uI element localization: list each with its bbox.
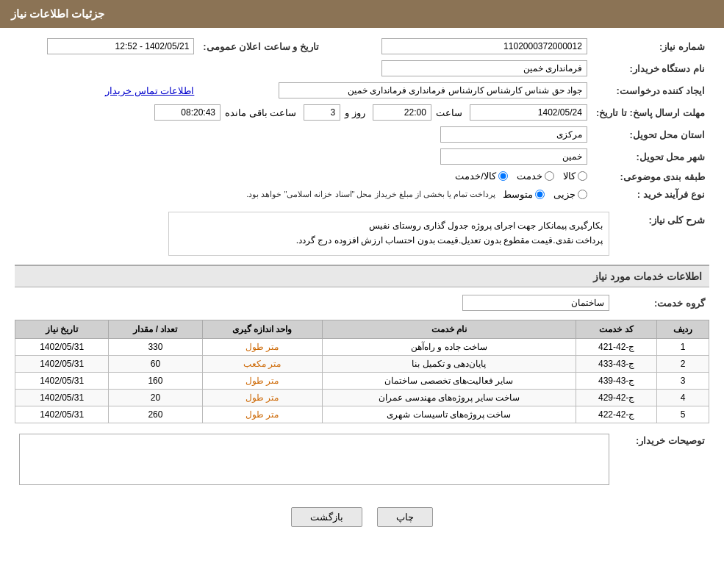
contact-link[interactable]: اطلاعات تماس خریدار	[105, 85, 194, 96]
cell-name: سایر فعالیت‌های تخصصی ساختمان	[322, 373, 576, 390]
cell-radif: 4	[656, 390, 709, 406]
table-row: 4 ج-42-429 ساخت سایر پروژه‌های مهندسی عم…	[15, 390, 709, 406]
col-tarikh: تاریخ نیاز	[15, 320, 109, 339]
tosih-label: توصیحات خریدار:	[614, 431, 709, 490]
etelaat-section-title: اطلاعات خدمات مورد نیاز	[15, 265, 709, 287]
cell-tedad: 260	[109, 406, 202, 423]
bottom-buttons: چاپ بازگشت	[15, 496, 709, 538]
baghimandeh-input[interactable]	[154, 104, 221, 121]
col-tedad: تعداد / مقدار	[109, 320, 202, 339]
cell-vahed: متر طول	[202, 406, 322, 423]
page-header: جزئیات اطلاعات نیاز	[0, 0, 724, 28]
type-label: نوع فرآیند خرید :	[592, 186, 709, 203]
sharh-label: شرح کلی نیاز:	[614, 209, 709, 259]
mohlat-roz-input[interactable]	[304, 104, 340, 121]
baghimandeh-label: ساعت باقی مانده	[225, 107, 296, 118]
cell-tarikh: 1402/05/31	[15, 390, 109, 406]
cell-kod: ج-43-433	[576, 356, 657, 373]
radio-khedmat[interactable]: خدمت	[517, 171, 554, 182]
cell-name: پایان‌دهی و تکمیل بنا	[322, 356, 576, 373]
cell-tarikh: 1402/05/31	[15, 339, 109, 356]
shomareNiaz-input[interactable]	[381, 38, 587, 54]
cell-tarikh: 1402/05/31	[15, 356, 109, 373]
mohlat-saat-input[interactable]	[373, 104, 431, 121]
cell-tedad: 60	[109, 356, 202, 373]
saat-label: ساعت	[436, 107, 462, 118]
radio-jozvi[interactable]: جزیی	[553, 189, 587, 200]
jozvi-label: جزیی	[553, 189, 576, 200]
mohlat-date-input[interactable]	[470, 104, 587, 121]
tabaqebandi-label: طبقه بندی موضوعی:	[592, 168, 709, 186]
cell-vahed: متر طول	[202, 390, 322, 406]
cell-vahed: متر مکعب	[202, 356, 322, 373]
sharh-table: شرح کلی نیاز: بکارگیری پیمانکار جهت اجرا…	[15, 209, 709, 259]
col-kod: کد خدمت	[576, 320, 657, 339]
sharh-line1: بکارگیری پیمانکار جهت اجرای پروژه جدول گ…	[175, 218, 603, 233]
cell-name: ساخت پروژه‌های تاسیسات شهری	[322, 406, 576, 423]
type-note: پرداخت تمام یا بخشی از مبلغ خریداز محل "…	[246, 190, 495, 199]
shahr-label: شهر محل تحویل:	[592, 146, 709, 168]
cell-kod: ج-43-439	[576, 373, 657, 390]
col-vahed: واحد اندازه گیری	[202, 320, 322, 339]
cell-tarikh: 1402/05/31	[15, 406, 109, 423]
radio-kala[interactable]: کالا	[563, 171, 587, 182]
cell-tarikh: 1402/05/31	[15, 373, 109, 390]
radio-kala-khedmat[interactable]: کالا/خدمت	[455, 171, 508, 182]
table-row: 3 ج-43-439 سایر فعالیت‌های تخصصی ساختمان…	[15, 373, 709, 390]
info-table: شماره نیاز: تاریخ و ساعت اعلان عمومی: نا…	[15, 35, 709, 203]
tosih-textarea[interactable]	[19, 434, 609, 485]
cell-kod: ج-42-429	[576, 390, 657, 406]
cell-name: ساخت سایر پروژه‌های مهندسی عمران	[322, 390, 576, 406]
bazgasht-button[interactable]: بازگشت	[291, 507, 362, 527]
cell-tedad: 330	[109, 339, 202, 356]
mohlat-label: مهلت ارسال پاسخ: تا تاریخ:	[592, 101, 709, 123]
page-title: جزئیات اطلاعات نیاز	[11, 7, 104, 20]
cell-vahed: متر طول	[202, 373, 322, 390]
sharh-box: بکارگیری پیمانکار جهت اجرای پروژه جدول گ…	[168, 212, 609, 256]
grohe-label: گروه خدمت:	[614, 292, 709, 314]
cell-radif: 5	[656, 406, 709, 423]
services-table: ردیف کد خدمت نام خدمت واحد اندازه گیری ت…	[15, 320, 709, 423]
grohe-input[interactable]	[462, 295, 609, 311]
tarikh-elaan-label: تاریخ و ساعت اعلان عمومی:	[198, 35, 323, 57]
motavasset-label: متوسط	[503, 189, 533, 200]
col-name: نام خدمت	[322, 320, 576, 339]
khedmat-radio-label: خدمت	[517, 171, 542, 182]
table-row: 5 ج-42-422 ساخت پروژه‌های تاسیسات شهری م…	[15, 406, 709, 423]
grohe-table: گروه خدمت:	[15, 292, 709, 314]
kala-radio-label: کالا	[563, 171, 576, 182]
kala-khedmat-radio-label: کالا/خدمت	[455, 171, 496, 182]
shahr-input[interactable]	[440, 148, 587, 165]
cell-radif: 2	[656, 356, 709, 373]
shomareNiaz-label: شماره نیاز:	[592, 35, 709, 57]
cell-name: ساخت جاده و راه‌آهن	[322, 339, 576, 356]
table-row: 1 ج-42-421 ساخت جاده و راه‌آهن متر طول 3…	[15, 339, 709, 356]
radio-motavasset[interactable]: متوسط	[503, 189, 545, 200]
tosih-table: توصیحات خریدار:	[15, 431, 709, 490]
chap-button[interactable]: چاپ	[377, 507, 433, 527]
ijadkonande-input[interactable]	[279, 82, 587, 98]
cell-tedad: 160	[109, 373, 202, 390]
cell-kod: ج-42-421	[576, 339, 657, 356]
cell-vahed: متر طول	[202, 339, 322, 356]
namdastgah-label: نام دستگاه خریدار:	[592, 57, 709, 79]
ostan-input[interactable]	[440, 126, 587, 143]
roz-label: روز و	[345, 107, 365, 118]
cell-kod: ج-42-422	[576, 406, 657, 423]
cell-radif: 3	[656, 373, 709, 390]
tarikh-elaan-input[interactable]	[47, 38, 194, 54]
sharh-line2: پرداخت نقدی.قیمت مقطوع بدون تعدیل.قیمت ب…	[175, 233, 603, 248]
ijadkonande-label: ایجاد کننده درخواست:	[592, 79, 709, 101]
col-radif: ردیف	[656, 320, 709, 339]
cell-tedad: 20	[109, 390, 202, 406]
ostan-label: استان محل تحویل:	[592, 123, 709, 146]
namdastgah-input[interactable]	[381, 60, 587, 76]
cell-radif: 1	[656, 339, 709, 356]
table-row: 2 ج-43-433 پایان‌دهی و تکمیل بنا متر مکع…	[15, 356, 709, 373]
